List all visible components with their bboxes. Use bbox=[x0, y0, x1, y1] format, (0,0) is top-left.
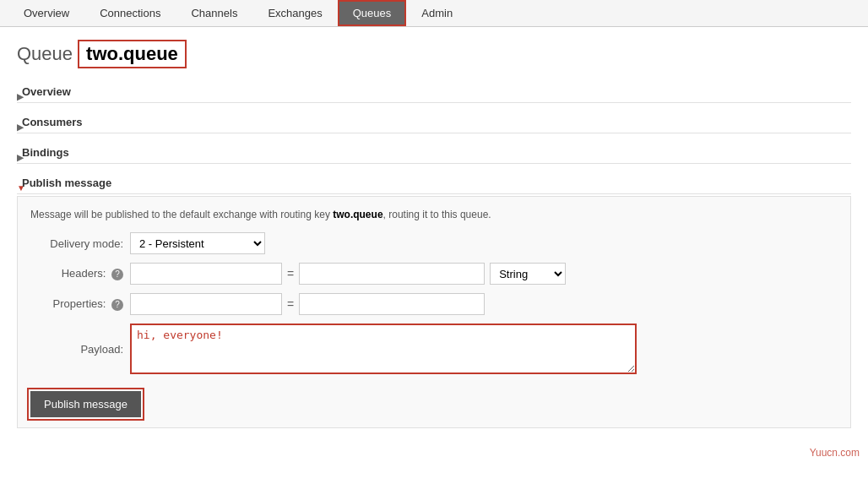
section-overview: Overview bbox=[17, 81, 851, 103]
properties-help-icon[interactable]: ? bbox=[111, 299, 123, 311]
headers-label: Headers: ? bbox=[30, 267, 123, 280]
section-bindings: Bindings bbox=[17, 142, 851, 164]
headers-type-select[interactable]: String Number Boolean bbox=[490, 263, 566, 285]
page-title-row: Queue two.queue bbox=[17, 40, 851, 68]
watermark: Yuucn.com bbox=[810, 447, 860, 449]
top-navigation: Overview Connections Channels Exchanges … bbox=[0, 0, 868, 27]
section-publish: Publish message Message will be publishe… bbox=[17, 172, 851, 428]
delivery-mode-select[interactable]: 1 - Non-persistent 2 - Persistent bbox=[130, 232, 265, 254]
section-overview-header[interactable]: Overview bbox=[17, 81, 851, 103]
nav-exchanges[interactable]: Exchanges bbox=[252, 0, 337, 26]
nav-channels[interactable]: Channels bbox=[176, 0, 252, 26]
routing-key-text: two.queue bbox=[333, 209, 382, 220]
section-bindings-header[interactable]: Bindings bbox=[17, 142, 851, 164]
properties-inputs: = bbox=[130, 293, 485, 315]
publish-section-label: Publish message bbox=[22, 177, 111, 189]
main-content: Queue two.queue Overview Consumers Bindi… bbox=[0, 27, 868, 449]
payload-label: Payload: bbox=[30, 343, 123, 356]
headers-row: Headers: ? = String Number Boolean bbox=[30, 263, 838, 285]
headers-help-icon[interactable]: ? bbox=[111, 269, 123, 280]
nav-connections[interactable]: Connections bbox=[84, 0, 176, 26]
payload-input[interactable]: hi, everyone! bbox=[130, 324, 637, 374]
headers-value-input[interactable] bbox=[299, 263, 485, 285]
payload-row: Payload: hi, everyone! bbox=[30, 324, 838, 374]
nav-overview[interactable]: Overview bbox=[8, 0, 84, 26]
page-title-prefix: Queue bbox=[17, 43, 73, 65]
properties-value-input[interactable] bbox=[299, 293, 485, 315]
headers-inputs: = String Number Boolean bbox=[130, 263, 566, 285]
headers-equals: = bbox=[287, 267, 294, 280]
section-consumers: Consumers bbox=[17, 111, 851, 133]
nav-admin[interactable]: Admin bbox=[406, 0, 468, 26]
headers-key-input[interactable] bbox=[130, 263, 282, 285]
publish-description: Message will be published to the default… bbox=[30, 207, 838, 222]
consumers-label: Consumers bbox=[22, 116, 83, 128]
publish-form-area: Message will be published to the default… bbox=[17, 196, 851, 428]
publish-button-row: Publish message bbox=[30, 383, 838, 417]
delivery-mode-row: Delivery mode: 1 - Non-persistent 2 - Pe… bbox=[30, 232, 838, 254]
section-publish-header[interactable]: Publish message bbox=[17, 172, 851, 194]
nav-queues[interactable]: Queues bbox=[338, 0, 407, 26]
properties-row: Properties: ? = bbox=[30, 293, 838, 315]
delivery-mode-label: Delivery mode: bbox=[30, 237, 123, 250]
publish-message-button[interactable]: Publish message bbox=[30, 391, 141, 417]
section-consumers-header[interactable]: Consumers bbox=[17, 111, 851, 133]
properties-key-input[interactable] bbox=[130, 293, 282, 315]
properties-label: Properties: ? bbox=[30, 297, 123, 311]
properties-equals: = bbox=[287, 297, 294, 311]
overview-label: Overview bbox=[22, 85, 71, 98]
bindings-label: Bindings bbox=[22, 146, 69, 159]
queue-name: two.queue bbox=[78, 40, 187, 68]
